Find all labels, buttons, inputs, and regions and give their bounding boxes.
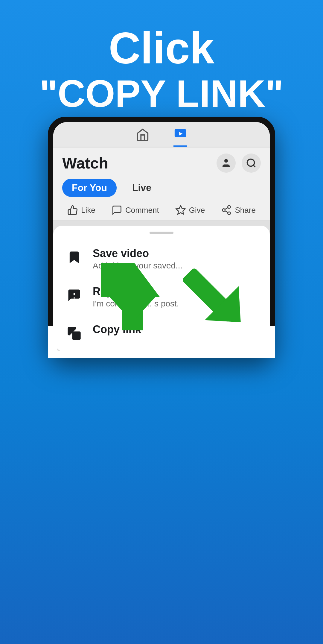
- sheet-handle: [150, 232, 173, 234]
- watch-title: Watch: [62, 154, 108, 172]
- profile-button[interactable]: [217, 154, 236, 173]
- svg-marker-5: [176, 206, 185, 214]
- green-arrow: [89, 255, 257, 340]
- header-section: Click "COPY LINK": [0, 0, 323, 127]
- watch-header: Watch: [53, 148, 270, 176]
- svg-line-10: [225, 208, 228, 209]
- tabs-bar: For You Live: [53, 176, 270, 200]
- header-icons: [217, 154, 261, 173]
- nav-bar: [53, 122, 270, 148]
- tab-live[interactable]: Live: [123, 179, 161, 197]
- nav-watch[interactable]: [173, 127, 187, 147]
- svg-point-2: [224, 159, 228, 163]
- copy-link-icon: [65, 324, 83, 342]
- report-icon: [65, 286, 83, 304]
- like-label: Like: [81, 206, 95, 215]
- give-button[interactable]: Give: [175, 205, 205, 215]
- comment-button[interactable]: Comment: [112, 205, 159, 215]
- svg-point-8: [228, 212, 231, 215]
- nav-home[interactable]: [136, 128, 150, 146]
- svg-point-6: [228, 206, 231, 208]
- search-button[interactable]: [242, 154, 261, 173]
- svg-point-3: [247, 159, 255, 166]
- share-label: Share: [235, 206, 255, 215]
- svg-line-9: [225, 211, 228, 212]
- like-button[interactable]: Like: [67, 205, 95, 215]
- copy-link-label: "COPY LINK": [0, 73, 323, 115]
- svg-rect-13: [72, 332, 81, 340]
- comment-label: Comment: [125, 206, 159, 215]
- action-bar: Like Comment Give: [53, 200, 270, 221]
- give-label: Give: [189, 206, 205, 215]
- click-label: Click: [0, 24, 323, 73]
- svg-point-12: [74, 297, 75, 299]
- tab-for-you[interactable]: For You: [62, 179, 117, 197]
- share-button[interactable]: Share: [221, 205, 255, 215]
- phone-wrapper: Watch: [48, 117, 275, 358]
- svg-point-7: [223, 209, 225, 212]
- svg-line-4: [253, 165, 255, 167]
- bookmark-icon: [65, 248, 83, 266]
